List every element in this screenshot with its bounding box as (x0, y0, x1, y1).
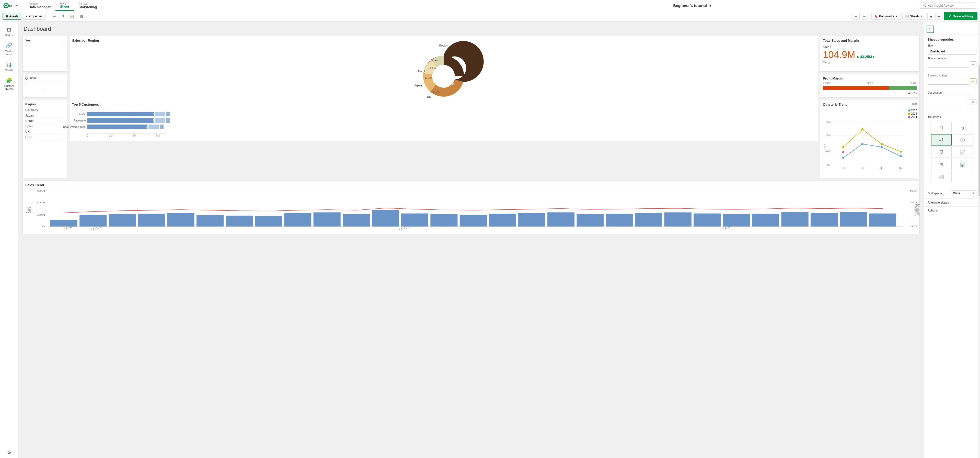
assets-button[interactable]: ⊞ Assets (3, 13, 21, 20)
description-section: Description fx (924, 88, 980, 112)
scrollbar-thumb[interactable] (978, 65, 980, 196)
paste-icon[interactable]: 📋 (68, 13, 76, 20)
margin-line (64, 208, 883, 213)
bar-28 (840, 212, 867, 226)
search-input[interactable] (928, 4, 969, 7)
thumb-table[interactable]: ⊟ (931, 159, 951, 170)
dot-2014-q1 (842, 151, 844, 153)
customer-paracel: Paracel (78, 113, 86, 116)
sidebar-item-master-items[interactable]: 🔗 Master items (0, 40, 18, 58)
show-condition-row: fx (928, 78, 977, 85)
right-sidebar: ⊡ Sheet properties Title Title expressio… (924, 21, 980, 458)
title-expression-input[interactable] (928, 61, 969, 67)
bar-16 (489, 214, 516, 227)
region-uk[interactable]: UK (25, 129, 64, 134)
quarterly-widget: Quarterly Trend Year 2012 2013 20 (820, 100, 920, 178)
year-filter-input[interactable] (25, 44, 64, 46)
year-legend-label: Year (912, 102, 917, 105)
sidebar-item-custom-objects[interactable]: 🧩 Custom objects (0, 75, 18, 93)
bookmarks-button[interactable]: 🔖 Bookmarks ▼ (872, 13, 901, 20)
delete-icon[interactable]: 🗑 (78, 13, 85, 20)
title-input[interactable] (928, 48, 977, 55)
nav-logo[interactable]: lik ··· (0, 0, 24, 11)
show-condition-input[interactable] (928, 78, 969, 85)
uk-label: UK (427, 96, 431, 99)
copy-icon[interactable]: ⧉ (60, 13, 66, 20)
pencil-icon[interactable]: ✏ (51, 13, 58, 20)
legend-2013: 2013 (908, 112, 917, 115)
bar-paracel (88, 112, 154, 116)
thumb-number[interactable]: #1 (931, 134, 951, 145)
region-japan[interactable]: Japan (25, 113, 64, 118)
thumb-pie[interactable]: ◑ (953, 122, 973, 133)
description-fx-button[interactable]: fx (970, 99, 977, 105)
show-condition-fx-button[interactable]: fx (970, 78, 977, 84)
sidebar-layout-icon[interactable]: ⊡ (927, 26, 934, 33)
nav-search: 🔍 (916, 0, 980, 11)
customer-deak: Deak-Perera Group. (63, 126, 86, 128)
sales-trend-title: Sales Trend (25, 183, 917, 187)
region-usa[interactable]: USA (25, 134, 64, 140)
bar-deak (88, 124, 148, 129)
tab-narrate[interactable]: Narrate Storytelling (74, 0, 102, 11)
quarterly-title: Quarterly Trend (823, 102, 848, 106)
left-sidebar: ⊞ Fields 🔗 Master items 📊 Charts 🧩 Custo… (0, 21, 18, 458)
svg-text:0: 0 (87, 134, 88, 137)
next-sheet-button[interactable]: ▶ (935, 13, 942, 20)
region-spain[interactable]: Spain (25, 124, 64, 129)
grid-spacing-select[interactable]: Narrow Medium Wide (951, 190, 977, 196)
sheet-nav-arrows: ◀ ▶ (928, 13, 942, 20)
redo-button[interactable]: ↪ (861, 13, 868, 20)
properties-button[interactable]: ≡ Properties (23, 13, 46, 20)
sheets-button[interactable]: ⬜ Sheets ▼ (902, 13, 926, 20)
sheets-icon: ⬜ (905, 14, 909, 18)
tab-analyze[interactable]: Analyze Sheet (56, 0, 74, 11)
customer-pagewave: PageWave (73, 119, 86, 122)
thumb-placeholder[interactable]: ⬜ (931, 171, 951, 182)
region-germany[interactable]: Germany (25, 108, 64, 113)
sidebar-item-fields[interactable]: ⊞ Fields (0, 24, 18, 39)
total-sales-widget: Total Sales and Margin Sales 104.9M ▸ 43… (820, 36, 920, 72)
undo-button[interactable]: ↩ (853, 13, 860, 20)
alt-states-section[interactable]: Alternate states (924, 199, 980, 207)
done-editing-button[interactable]: ✓ Done editing (944, 12, 977, 20)
svg-text:Q1: Q1 (842, 167, 845, 169)
bar-18 (547, 212, 574, 227)
show-condition-label: Show condition (928, 74, 977, 77)
actions-section[interactable]: Actions (924, 207, 980, 214)
bookmarks-chevron: ▼ (896, 15, 898, 18)
description-input[interactable] (928, 95, 969, 109)
thumb-linechart[interactable]: 📈 (953, 147, 973, 158)
tab-prepare[interactable]: Prepare Data manager (24, 0, 56, 11)
sidebar-item-charts[interactable]: 📊 Charts (0, 59, 18, 74)
nav-tabs: Prepare Data manager Analyze Sheet Narra… (24, 0, 470, 11)
app-title[interactable]: Beginner's tutorial ▼ (673, 3, 712, 8)
undo-redo: ↩ ↪ (853, 13, 868, 20)
svg-rect-18 (160, 124, 164, 129)
sidebar-item-bottom[interactable]: ⚙ (0, 447, 18, 458)
dot-2012-q4 (900, 155, 902, 157)
sales-trend-widget: Sales Trend 6M 4M 2M 0 Sales 50 40 — 30 … (22, 180, 920, 234)
thumb-clock[interactable]: 🕐 (953, 134, 973, 145)
prev-sheet-button[interactable]: ◀ (928, 13, 934, 20)
grid-spacing-label: Grid spacing (928, 192, 943, 195)
thumb-barchart[interactable]: 📊 (953, 159, 973, 170)
nordic-value: 9.9% (430, 67, 436, 70)
title-expression-row: fx (928, 61, 977, 67)
svg-text:2M: 2M (109, 134, 113, 137)
title-expression-fx-button[interactable]: fx (970, 61, 977, 67)
nav-menu-dots[interactable]: ··· (15, 3, 21, 8)
quarter-filter-input[interactable] (25, 81, 64, 84)
thumb-image[interactable]: 🖼 (931, 147, 951, 158)
year-filter-label: Year (25, 38, 64, 42)
bar-29 (869, 214, 896, 227)
svg-text:14M: 14M (826, 121, 830, 123)
gauge-green (889, 86, 917, 90)
sales-trend-chart: 6M 4M 2M 0 Sales 50 40 — 30 Margin (%) (25, 188, 917, 232)
thumb-list[interactable]: ⊡ (931, 122, 951, 133)
svg-text:10M: 10M (826, 149, 830, 152)
svg-text:Margin (%): Margin (%) (914, 204, 921, 216)
search-box[interactable]: 🔍 (920, 3, 976, 9)
svg-point-2 (5, 5, 7, 6)
region-nordic[interactable]: Nordic (25, 118, 64, 124)
